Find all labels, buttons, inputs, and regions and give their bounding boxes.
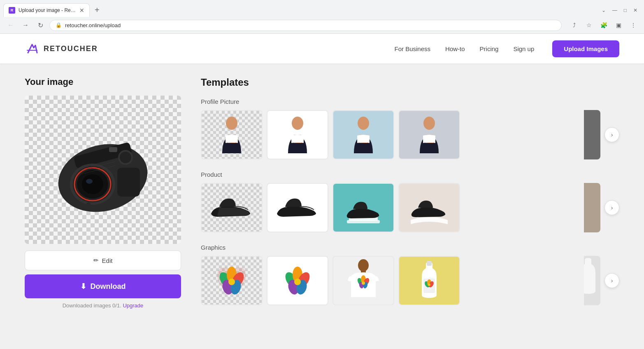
download-count-text: Downloaded images 0/1. Upgrade bbox=[25, 302, 181, 309]
tab-bar: R Upload your image - Retoucher ✕ + ⌄ — … bbox=[0, 0, 644, 17]
product-row: › bbox=[201, 183, 619, 232]
address-bar[interactable]: 🔒 retoucher.online/upload bbox=[49, 20, 562, 31]
edit-label: Edit bbox=[102, 257, 113, 264]
person-svg-2 bbox=[283, 114, 312, 155]
pencil-icon: ✏ bbox=[93, 257, 99, 264]
logo-icon bbox=[25, 41, 40, 56]
svg-point-16 bbox=[226, 117, 237, 130]
active-tab[interactable]: R Upload your image - Retoucher ✕ bbox=[3, 3, 90, 17]
product-template-4[interactable] bbox=[398, 183, 460, 232]
window-maximize-icon[interactable]: □ bbox=[624, 7, 627, 13]
tshirt-person-svg bbox=[347, 258, 380, 303]
back-button[interactable]: ← bbox=[5, 19, 16, 31]
checkerboard-background bbox=[25, 96, 181, 244]
navbar: RETOUCHER For Business How-to Pricing Si… bbox=[0, 34, 644, 63]
sidebar-button[interactable]: ▣ bbox=[613, 19, 624, 31]
graphics-next-button[interactable]: › bbox=[604, 273, 619, 288]
menu-button[interactable]: ⋮ bbox=[628, 19, 639, 31]
graphics-section: Graphics bbox=[201, 244, 619, 305]
nav-link-for-business[interactable]: For Business bbox=[395, 45, 431, 52]
profile-template-5-partial[interactable] bbox=[584, 110, 600, 159]
profile-template-4[interactable] bbox=[398, 110, 460, 159]
svg-rect-10 bbox=[109, 147, 117, 152]
bottle-svg bbox=[417, 260, 442, 301]
person-svg-4 bbox=[415, 114, 444, 155]
logo[interactable]: RETOUCHER bbox=[25, 41, 98, 56]
svg-point-22 bbox=[423, 117, 435, 130]
person-svg-1 bbox=[217, 114, 246, 155]
browser-actions: ⤴ ☆ 🧩 ▣ ⋮ bbox=[568, 19, 639, 31]
shoe-svg-1 bbox=[209, 195, 254, 220]
profile-picture-section: Profile Picture bbox=[201, 98, 619, 159]
left-panel: Your image bbox=[25, 77, 181, 322]
camera-image bbox=[49, 124, 156, 215]
window-collapse-icon[interactable]: ⌄ bbox=[602, 7, 606, 13]
graphics-card-inner-1 bbox=[202, 257, 262, 304]
heart-white-svg bbox=[279, 263, 316, 298]
profile-template-3[interactable] bbox=[332, 110, 394, 159]
new-tab-button[interactable]: + bbox=[91, 4, 103, 16]
refresh-button[interactable]: ↻ bbox=[35, 19, 46, 31]
extensions-button[interactable]: 🧩 bbox=[598, 19, 609, 31]
svg-point-45 bbox=[362, 281, 365, 285]
product-card-inner-1 bbox=[202, 184, 262, 232]
download-button[interactable]: ⬇ Download bbox=[25, 274, 181, 298]
logo-text: RETOUCHER bbox=[44, 45, 98, 53]
tab-close-button[interactable]: ✕ bbox=[79, 7, 84, 14]
share-button[interactable]: ⤴ bbox=[568, 19, 580, 31]
svg-rect-46 bbox=[427, 261, 432, 266]
profile-next-button[interactable]: › bbox=[604, 127, 619, 142]
product-label: Product bbox=[201, 171, 619, 178]
product-card-inner-3 bbox=[333, 184, 393, 232]
star-button[interactable]: ☆ bbox=[583, 19, 595, 31]
window-minimize-icon[interactable]: — bbox=[612, 7, 617, 13]
profile-picture-label: Profile Picture bbox=[201, 98, 619, 105]
product-next-button[interactable]: › bbox=[604, 200, 619, 215]
main-content: Your image bbox=[0, 63, 644, 335]
window-close-icon[interactable]: ✕ bbox=[633, 7, 637, 13]
graphics-card-inner-4 bbox=[399, 257, 459, 304]
svg-point-51 bbox=[428, 283, 430, 286]
page-wrapper: RETOUCHER For Business How-to Pricing Si… bbox=[0, 34, 644, 347]
svg-point-37 bbox=[294, 279, 301, 285]
profile-template-2[interactable] bbox=[267, 110, 328, 159]
upload-images-button[interactable]: Upload Images bbox=[552, 40, 619, 57]
product-template-3[interactable] bbox=[332, 183, 394, 232]
graphics-label: Graphics bbox=[201, 244, 619, 251]
graphics-template-5-partial[interactable] bbox=[584, 256, 600, 305]
svg-point-14 bbox=[86, 202, 91, 207]
graphics-card-inner-3 bbox=[333, 257, 393, 304]
template-card-inner-1 bbox=[202, 111, 262, 159]
profile-picture-row: › bbox=[201, 110, 619, 159]
forward-button[interactable]: → bbox=[20, 19, 31, 31]
templates-title: Templates bbox=[201, 77, 619, 88]
product-template-5-partial[interactable] bbox=[584, 183, 600, 232]
nav-link-pricing[interactable]: Pricing bbox=[480, 45, 499, 52]
nav-link-how-to[interactable]: How-to bbox=[445, 45, 465, 52]
product-section: Product bbox=[201, 171, 619, 232]
edit-button[interactable]: ✏ Edit bbox=[25, 251, 181, 270]
graphics-template-2[interactable] bbox=[267, 256, 328, 305]
upgrade-link[interactable]: Upgrade bbox=[123, 302, 143, 309]
tab-title: Upload your image - Retoucher bbox=[19, 7, 76, 13]
tab-favicon: R bbox=[9, 7, 15, 14]
product-card-inner-4 bbox=[399, 184, 459, 232]
graphics-template-3[interactable] bbox=[332, 256, 394, 305]
graphics-cards bbox=[201, 256, 580, 305]
shoe-paper-svg bbox=[407, 187, 452, 228]
svg-point-31 bbox=[228, 279, 235, 285]
template-card-inner-2 bbox=[267, 111, 328, 159]
product-template-2[interactable] bbox=[267, 183, 328, 232]
nav-link-sign-up[interactable]: Sign up bbox=[513, 45, 534, 52]
graphics-template-4[interactable] bbox=[398, 256, 460, 305]
svg-point-15 bbox=[99, 205, 103, 209]
graphics-card-inner-2 bbox=[267, 257, 328, 304]
lock-icon: 🔒 bbox=[56, 22, 62, 28]
your-image-title: Your image bbox=[25, 77, 181, 87]
product-template-1[interactable] bbox=[201, 183, 263, 232]
shoe-svg-2 bbox=[275, 195, 320, 220]
window-controls: ⌄ — □ ✕ bbox=[602, 7, 641, 13]
profile-template-1[interactable] bbox=[201, 110, 263, 159]
graphics-template-1[interactable] bbox=[201, 256, 263, 305]
partial-bottle-svg bbox=[584, 256, 600, 305]
